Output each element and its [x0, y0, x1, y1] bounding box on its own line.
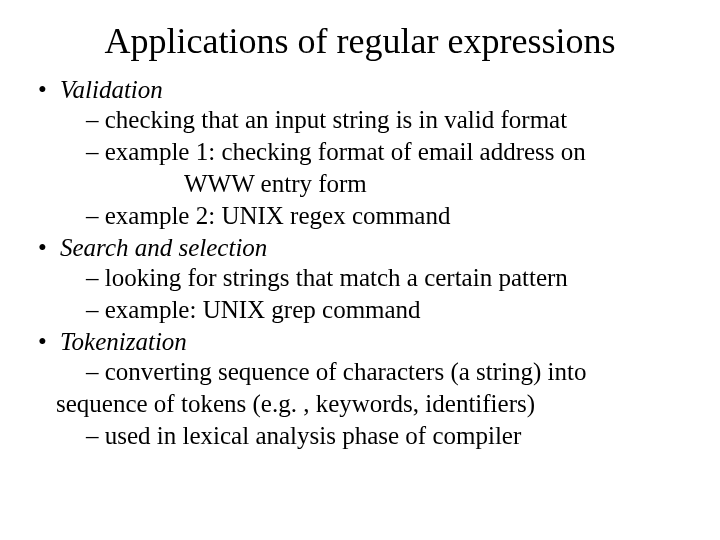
sub-item: – looking for strings that match a certa…: [86, 262, 684, 294]
sub-item: – converting sequence of characters (a s…: [86, 356, 684, 388]
sub-text: example: UNIX grep command: [105, 296, 421, 323]
list-item: •Validation – checking that an input str…: [38, 76, 684, 232]
topic-label: Search and selection: [60, 234, 267, 261]
bullet-icon: •: [38, 328, 60, 356]
sub-item: – example: UNIX grep command: [86, 294, 684, 326]
topic-label: Validation: [60, 76, 163, 103]
sub-item: – checking that an input string is in va…: [86, 104, 684, 136]
topic-label: Tokenization: [60, 328, 187, 355]
sub-text: used in lexical analysis phase of compil…: [105, 422, 522, 449]
list-item: •Search and selection – looking for stri…: [38, 234, 684, 326]
bullet-list: •Validation – checking that an input str…: [36, 76, 684, 452]
sub-continuation: sequence of tokens (e.g. , keywords, ide…: [56, 388, 684, 420]
sub-item: – example 2: UNIX regex command: [86, 200, 684, 232]
slide-title: Applications of regular expressions: [36, 20, 684, 62]
sub-text: converting sequence of characters (a str…: [105, 358, 587, 385]
sub-text: example 2: UNIX regex command: [105, 202, 451, 229]
sub-item: – used in lexical analysis phase of comp…: [86, 420, 684, 452]
sub-text: example 1: checking format of email addr…: [105, 138, 586, 165]
bullet-icon: •: [38, 76, 60, 104]
sub-text: checking that an input string is in vali…: [105, 106, 567, 133]
list-item: •Tokenization – converting sequence of c…: [38, 328, 684, 452]
slide: Applications of regular expressions •Val…: [0, 0, 720, 540]
bullet-icon: •: [38, 234, 60, 262]
sub-text: looking for strings that match a certain…: [105, 264, 568, 291]
sub-continuation: WWW entry form: [184, 168, 684, 200]
sub-item: – example 1: checking format of email ad…: [86, 136, 684, 168]
